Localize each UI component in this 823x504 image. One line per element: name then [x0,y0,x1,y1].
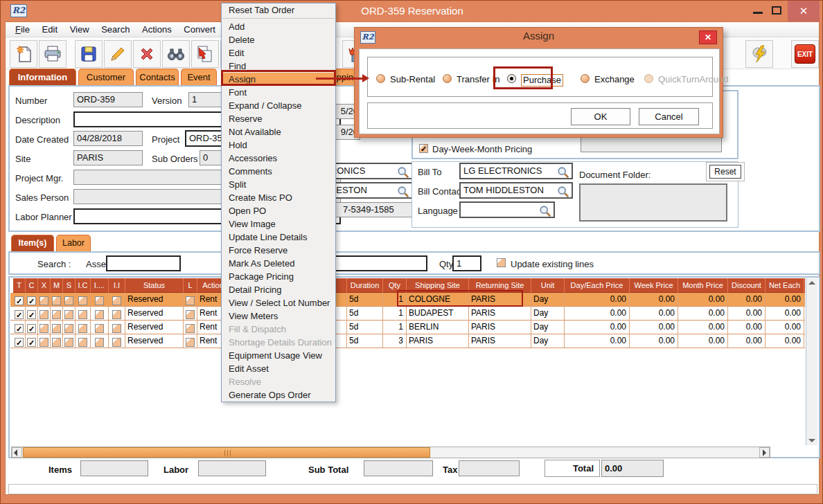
unchecked-checkbox[interactable] [52,310,61,319]
menu-search[interactable]: Search [101,24,130,35]
column-header[interactable]: T [13,278,26,293]
column-header[interactable]: X [38,278,51,293]
edit-pencil-icon[interactable] [104,40,132,68]
update-lines-checkbox[interactable] [497,258,506,267]
menu-edit[interactable]: Edit [42,24,57,35]
sub-rental-label[interactable]: Sub-Rental [390,74,435,84]
unchecked-checkbox[interactable] [52,296,61,305]
context-menu-item[interactable]: Generate Ops Order [222,388,335,402]
context-menu-item[interactable]: Equipment Usage View [222,349,335,362]
context-menu-item[interactable]: Mark As Deleted [222,257,335,270]
context-menu-item[interactable]: Hold [222,138,335,152]
unchecked-checkbox[interactable] [186,310,195,319]
checked-checkbox[interactable]: ✓ [27,310,36,319]
unchecked-checkbox[interactable] [78,324,87,333]
unchecked-checkbox[interactable] [78,310,87,319]
context-menu-item[interactable]: Reserve [222,112,335,125]
context-menu-item[interactable]: Accessories [222,152,335,165]
unchecked-checkbox[interactable] [112,310,121,319]
context-menu-item[interactable]: Create Misc PO [222,191,335,204]
sub-rental-radio[interactable] [376,74,385,83]
unchecked-checkbox[interactable] [95,324,104,333]
title-bar[interactable]: R2 ORD-359 Reservation ✕ [1,1,823,21]
unchecked-checkbox[interactable] [78,296,87,305]
unchecked-checkbox[interactable] [39,296,48,305]
paste-convert-icon[interactable] [191,40,219,68]
description-input[interactable] [325,255,427,271]
customer-search-icon[interactable] [397,166,409,179]
context-menu-item[interactable]: Detail Pricing [222,283,335,296]
quick-action-lightning-icon[interactable] [745,40,773,68]
table-row[interactable]: ✓✓ReservedRentLG ST5d1BUDAPESTPARISDay0.… [10,307,805,321]
tab-labor[interactable]: Labor [56,235,91,251]
transfer-in-radio[interactable] [443,74,452,83]
unchecked-checkbox[interactable] [186,324,195,333]
bill-to-field[interactable]: LG ELECTRONICS [459,163,573,179]
scroll-up-icon[interactable] [808,281,815,285]
context-menu-item[interactable]: Reset Tab Order [222,3,335,17]
context-menu-item[interactable]: Add [222,20,335,33]
horizontal-scroll-thumb[interactable] [23,447,430,458]
checked-checkbox[interactable]: ✓ [15,324,24,333]
unchecked-checkbox[interactable] [64,296,73,305]
unchecked-checkbox[interactable] [112,296,121,305]
delete-icon[interactable] [133,40,161,68]
context-menu-item[interactable]: Edit [222,46,335,60]
context-menu-item[interactable]: View Image [222,217,335,231]
column-header[interactable]: I.I [109,278,125,293]
checked-checkbox[interactable]: ✓ [15,296,24,305]
column-header[interactable]: M [51,278,63,293]
context-menu-item[interactable]: Comments [222,165,335,178]
context-menu-item[interactable]: View / Select Lot Number [222,296,335,309]
column-header[interactable]: Unit [531,278,565,293]
exit-button[interactable]: EXIT [791,40,819,68]
new-document-icon[interactable] [10,40,37,68]
column-header[interactable]: Day/Each Price [565,278,630,293]
cancel-button[interactable]: Cancel [639,108,699,125]
menu-view[interactable]: View [70,24,89,35]
tab-contacts[interactable]: Contacts [136,69,179,85]
column-header[interactable]: I.... [91,278,109,293]
checked-checkbox[interactable]: ✓ [15,338,24,347]
unchecked-checkbox[interactable] [112,338,121,347]
dwm-pricing-checkbox[interactable]: ✓ [419,144,428,153]
unchecked-checkbox[interactable] [78,338,87,347]
column-header[interactable]: C [26,278,38,293]
unchecked-checkbox[interactable] [39,310,48,319]
context-menu-item[interactable]: Edit Asset [222,362,335,375]
ok-button[interactable]: OK [571,108,630,125]
unchecked-checkbox[interactable] [95,338,104,347]
document-folder-box[interactable] [579,183,727,222]
checked-checkbox[interactable]: ✓ [15,310,24,319]
context-menu-item[interactable]: Package Pricing [222,270,335,283]
scroll-left-button[interactable] [12,447,22,458]
maximize-icon[interactable] [772,6,781,15]
context-menu-item[interactable]: Update Line Details [222,231,335,244]
context-menu-item[interactable]: Delete [222,33,335,46]
tab-items[interactable]: Item(s) [11,235,54,251]
exchange-radio[interactable] [581,74,590,83]
dialog-close-icon[interactable]: ✕ [699,30,717,44]
bill-to-search-icon[interactable] [557,166,569,179]
column-header[interactable]: Status [125,278,184,293]
column-header[interactable]: S [63,278,76,293]
context-menu-item[interactable]: Not Available [222,125,335,138]
print-icon[interactable] [39,40,67,68]
context-menu-item[interactable]: Force Reserve [222,244,335,257]
exchange-label[interactable]: Exchange [594,74,635,84]
column-header[interactable]: Net Each [766,278,804,293]
context-menu-item[interactable]: View Meters [222,309,335,323]
bill-contact-search-icon[interactable] [557,186,569,199]
save-icon[interactable] [75,40,103,68]
column-header[interactable]: L [184,278,197,293]
unchecked-checkbox[interactable] [112,324,121,333]
checked-checkbox[interactable]: ✓ [27,338,36,347]
find-binoculars-icon[interactable] [162,40,190,68]
tab-event[interactable]: Event [181,69,217,85]
minimize-icon[interactable] [753,12,763,14]
table-row[interactable]: ✓✓ReservedRentLG ST5d1BERLINPARISDay0.00… [10,321,805,334]
language-field[interactable] [459,201,555,218]
context-menu-item[interactable]: Open PO [222,204,335,217]
unchecked-checkbox[interactable] [39,324,48,333]
unchecked-checkbox[interactable] [64,338,73,347]
